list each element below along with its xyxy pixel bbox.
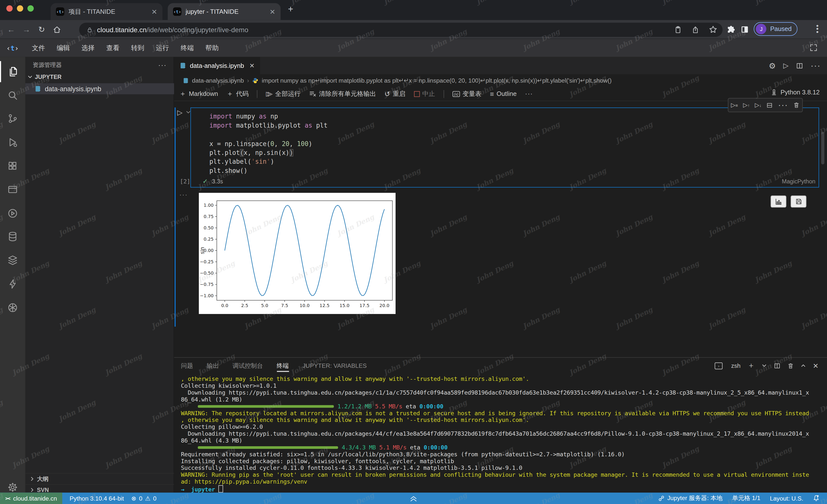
side-panel-icon[interactable]: [741, 25, 749, 34]
browser-tab-jupyter[interactable]: ‹t› jupyter - TITANIDE ✕: [167, 3, 281, 20]
menu-item[interactable]: 文件: [26, 44, 51, 52]
search-icon[interactable]: [0, 85, 26, 106]
breadcrumb-cell-summary[interactable]: import numpy as np↵import matplotlib.pyp…: [262, 77, 612, 84]
fullscreen-icon[interactable]: [810, 44, 817, 52]
source-control-icon[interactable]: [0, 108, 26, 129]
tab-jupyter-variables[interactable]: JUPYTER: VARIABLES: [302, 359, 367, 372]
variables-button[interactable]: (x) 变量表: [452, 89, 481, 98]
remote-indicator[interactable]: >< cloud.titanide.cn: [0, 493, 62, 504]
execute-above-icon[interactable]: ▷↑: [743, 102, 750, 109]
url-path: /ide/web/coding/jupyter/live-demo: [147, 25, 248, 34]
browser-tab-project[interactable]: ‹t› 项目 - TITANIDE ✕: [51, 3, 162, 20]
forward-icon[interactable]: →: [22, 25, 31, 35]
macos-close-icon[interactable]: [6, 5, 13, 11]
kubernetes-icon[interactable]: [0, 297, 26, 318]
tab-close-icon[interactable]: ✕: [270, 8, 275, 15]
more-actions-icon[interactable]: ···: [811, 61, 821, 70]
macos-zoom-icon[interactable]: [27, 5, 34, 11]
breadcrumb-file[interactable]: data-analysis.ipynb: [192, 77, 244, 84]
output-options-icon[interactable]: ···: [180, 191, 188, 199]
sidebar-section-jupyter[interactable]: JUPYTER: [27, 74, 61, 80]
maximize-panel-chevron-icon[interactable]: [801, 363, 806, 368]
add-code-button[interactable]: ＋代码: [227, 89, 249, 99]
outline-button[interactable]: ≡ Outline: [490, 90, 517, 98]
macos-minimize-icon[interactable]: [17, 5, 23, 11]
gear-icon[interactable]: ⚙: [769, 61, 776, 70]
run-cell-icon[interactable]: ▷: [177, 108, 182, 116]
toolbar-more-icon[interactable]: ···: [525, 90, 533, 97]
menu-item[interactable]: 查看: [100, 44, 125, 52]
extensions-icon[interactable]: [0, 155, 26, 176]
expand-dock-chevron-icon[interactable]: [409, 495, 418, 502]
copy-link-icon[interactable]: [674, 25, 682, 34]
reload-icon[interactable]: ↻: [37, 25, 47, 35]
split-terminal-icon[interactable]: [774, 362, 781, 369]
delete-cell-icon[interactable]: [793, 102, 800, 109]
back-icon[interactable]: ←: [6, 25, 16, 35]
run-all-button[interactable]: ▷▷ 全部运行: [266, 89, 300, 98]
bookmark-star-icon[interactable]: [709, 25, 717, 34]
tab-terminal[interactable]: 终端: [277, 358, 289, 373]
tab-output[interactable]: 输出: [207, 358, 219, 373]
menu-item[interactable]: 选择: [76, 44, 100, 52]
cell-language-picker[interactable]: MagicPython: [728, 178, 816, 184]
run-circle-icon[interactable]: [0, 203, 26, 224]
restart-button[interactable]: ↺ 重启: [384, 89, 406, 98]
collapse-cell-chevron-icon[interactable]: [186, 110, 191, 115]
tab-debug-console[interactable]: 调试控制台: [233, 358, 263, 373]
zap-icon[interactable]: [0, 273, 26, 294]
new-terminal-icon[interactable]: ＋: [747, 361, 755, 371]
database-icon[interactable]: [0, 226, 26, 247]
change-presentation-button[interactable]: [771, 195, 786, 208]
terminal-dropdown-chevron-icon[interactable]: [762, 363, 767, 368]
interrupt-button[interactable]: 中止: [414, 89, 435, 98]
browser-menu-icon[interactable]: •••: [816, 24, 819, 34]
terminal-output[interactable]: , otherwise you may silence this warning…: [181, 376, 822, 493]
sidebar-more-icon[interactable]: ···: [158, 61, 166, 69]
cell-code-editor[interactable]: import numpy as npimport matplotlib.pypl…: [209, 112, 328, 175]
tab-close-icon[interactable]: ✕: [249, 62, 255, 69]
sidebar-section-outline[interactable]: 大纲: [26, 473, 174, 484]
cell-indicator-status[interactable]: 单元格 1/1: [732, 494, 760, 502]
add-markdown-button[interactable]: ＋Markdown: [180, 89, 218, 99]
close-panel-icon[interactable]: ✕: [813, 361, 818, 370]
save-output-button[interactable]: [790, 195, 806, 208]
menu-item[interactable]: 编辑: [51, 44, 76, 52]
explorer-icon[interactable]: [0, 61, 26, 82]
menu-item[interactable]: 帮助: [200, 44, 225, 52]
execute-below-icon[interactable]: ▷↓: [755, 102, 762, 109]
remote-window-icon[interactable]: [0, 179, 26, 201]
split-cell-icon[interactable]: [767, 102, 773, 108]
execute-cell-and-below-icon[interactable]: ▷≡: [731, 102, 738, 109]
address-bar[interactable]: cloud.titanide.cn/ide/web/coding/jupyter…: [79, 22, 722, 37]
python-interpreter-status[interactable]: Python 3.10.4 64-bit: [70, 495, 124, 502]
menu-item[interactable]: 终端: [175, 44, 200, 52]
tab-close-icon[interactable]: ✕: [151, 8, 157, 15]
kernel-picker[interactable]: Python 3.8.12: [771, 89, 820, 96]
home-icon[interactable]: [52, 25, 62, 35]
terminal-line: Collecting pillow>=6.2.0: [181, 424, 822, 431]
browser-profile-button[interactable]: J Paused: [754, 22, 797, 36]
run-icon[interactable]: ▷: [783, 62, 788, 69]
run-debug-icon[interactable]: [0, 132, 26, 153]
keyboard-layout-status[interactable]: Layout: U.S.: [770, 495, 804, 502]
new-tab-button[interactable]: +: [288, 4, 293, 15]
editor-tab-notebook[interactable]: data-analysis.ipynb ✕: [174, 57, 260, 74]
url-host: cloud.titanide.cn: [97, 25, 146, 34]
menu-item[interactable]: 运行: [150, 44, 175, 52]
menu-item[interactable]: 转到: [125, 44, 150, 52]
sidebar-item-notebook[interactable]: data-analysis.ipynb: [26, 83, 174, 95]
share-icon[interactable]: [691, 25, 699, 34]
shell-label[interactable]: zsh: [731, 362, 740, 369]
problems-status[interactable]: ⊗0 ⚠0: [131, 495, 156, 502]
cell-more-icon[interactable]: ···: [778, 100, 788, 110]
notifications-bell-icon[interactable]: [813, 495, 820, 502]
clear-outputs-button[interactable]: 清除所有单元格输出: [309, 89, 376, 98]
tab-problems[interactable]: 问题: [181, 358, 193, 373]
kill-terminal-icon[interactable]: [787, 362, 794, 369]
extensions-puzzle-icon[interactable]: [727, 25, 735, 34]
jupyter-server-status[interactable]: Jupyter 服务器: 本地: [659, 494, 723, 502]
split-editor-icon[interactable]: [796, 62, 804, 69]
editor-scrollbar-thumb[interactable]: [821, 132, 824, 164]
layers-icon[interactable]: [0, 250, 26, 271]
